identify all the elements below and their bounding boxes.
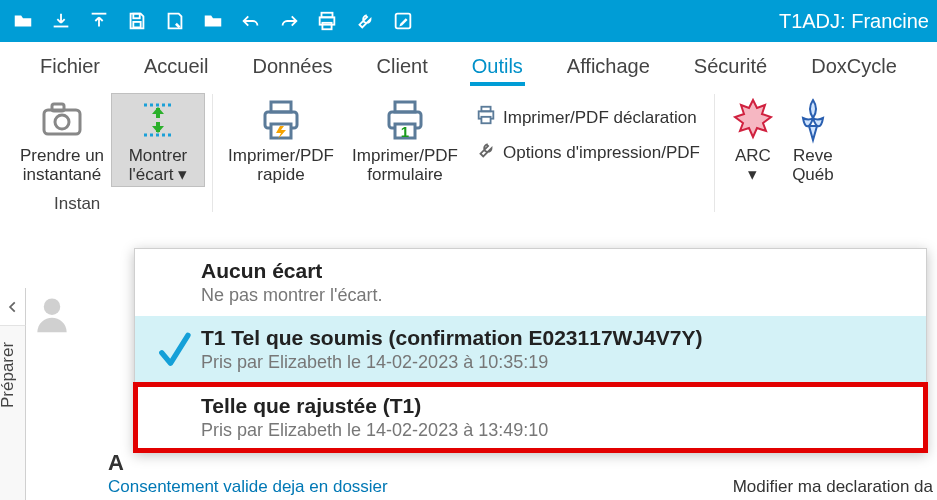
variance-option-as-adjusted[interactable]: Telle que rajustée (T1) Pris par Elizabe… [135,384,926,451]
edit-button[interactable] [384,2,422,40]
variance-option-as-filed[interactable]: T1 Tel que soumis (confirmation E023117W… [135,316,926,384]
svg-point-21 [44,298,61,315]
print-options-label: Options d'impression/PDF [503,143,700,163]
arc-label: ARC ▾ [735,146,771,184]
ribbon: Prendre un instantané Montrer l'écart ▾ … [0,88,937,218]
save-button[interactable] [118,2,156,40]
window-title: T1ADJ: Francine [779,10,933,33]
fleurdelis-icon [789,96,837,144]
svg-rect-1 [133,22,140,27]
show-variance-button[interactable]: Montrer l'écart ▾ [112,94,204,186]
import-arrow-button[interactable] [42,2,80,40]
print-declaration-button[interactable]: Imprimer/PDF déclaration [469,100,706,135]
prepare-tab[interactable]: Préparer [0,342,18,408]
svg-rect-12 [271,102,291,112]
option-as-filed-sub: Pris par Elizabeth le 14-02-2023 à 10:35… [201,352,912,373]
camera-icon [38,96,86,144]
ribbon-group-snapshot: Prendre un instantané Montrer l'écart ▾ … [4,94,213,212]
printer-bolt-icon [257,96,305,144]
checkmark-icon [147,326,201,374]
option-none-sub: Ne pas montrer l'écart. [201,285,912,306]
form-print-label: Imprimer/PDF formulaire [352,146,458,184]
ribbon-group-print: Imprimer/PDF rapide 1 Imprimer/PDF formu… [213,94,715,212]
tab-affichage[interactable]: Affichage [545,45,672,88]
option-as-adjusted-title: Telle que rajustée (T1) [201,394,912,418]
wrench-button[interactable] [346,2,384,40]
quick-print-button[interactable]: Imprimer/PDF rapide [221,94,341,186]
arc-button[interactable]: ARC ▾ [723,94,783,186]
open-folder-button[interactable] [4,2,42,40]
svg-rect-20 [481,117,490,123]
tab-accueil[interactable]: Accueil [122,45,230,88]
print-options-button[interactable]: Options d'impression/PDF [469,135,706,170]
tab-securite[interactable]: Sécurité [672,45,789,88]
redo-button[interactable] [270,2,308,40]
option-as-adjusted-sub: Pris par Elizabeth le 14-02-2023 à 13:49… [201,420,912,441]
svg-point-8 [55,115,69,129]
consent-link[interactable]: Consentement valide deja en dossier [108,477,388,497]
modify-decl-text: Modifier ma declaration da [733,477,933,497]
show-variance-label: Montrer l'écart ▾ [129,146,188,184]
tab-outils[interactable]: Outils [450,45,545,88]
printer-one-icon: 1 [381,96,429,144]
menu-tabs: Fichier Accueil Données Client Outils Af… [0,42,937,88]
option-as-filed-title: T1 Tel que soumis (confirmation E023117W… [201,326,912,350]
undo-button[interactable] [232,2,270,40]
variance-arrows-icon [134,96,182,144]
tab-client[interactable]: Client [355,45,450,88]
revqc-label: Reve Québ [792,146,834,184]
tab-doxcycle[interactable]: DoxCycle [789,45,919,88]
ribbon-group-label-snapshot: Instan [54,194,100,214]
variance-dropdown: Aucun écart Ne pas montrer l'écart. T1 T… [134,248,927,452]
option-none-title: Aucun écart [201,259,912,283]
revenu-quebec-button[interactable]: Reve Québ [783,94,843,186]
svg-rect-0 [133,14,139,19]
export-arrow-button[interactable] [80,2,118,40]
wrench-small-icon [475,139,497,166]
form-print-button[interactable]: 1 Imprimer/PDF formulaire [341,94,469,186]
svg-rect-19 [481,107,490,112]
heading-letter: A [108,450,124,476]
variance-option-none[interactable]: Aucun écart Ne pas montrer l'écart. [135,249,926,316]
take-snapshot-label: Prendre un instantané [20,146,104,184]
svg-rect-15 [395,102,415,112]
svg-text:1: 1 [401,123,409,140]
sidebar-expand-button[interactable] [0,288,26,326]
svg-rect-7 [52,104,64,111]
quick-print-label: Imprimer/PDF rapide [228,146,334,184]
person-avatar-icon [30,292,74,339]
print-declaration-label: Imprimer/PDF déclaration [503,108,697,128]
folder-button[interactable] [194,2,232,40]
quick-access-toolbar: T1ADJ: Francine [0,0,937,42]
tab-fichier[interactable]: Fichier [18,45,122,88]
tab-donnees[interactable]: Données [231,45,355,88]
ribbon-group-agency: ARC ▾ Reve Québ [715,94,851,212]
print-button[interactable] [308,2,346,40]
printer-small-icon [475,104,497,131]
maple-leaf-icon [729,96,777,144]
save-edit-button[interactable] [156,2,194,40]
take-snapshot-button[interactable]: Prendre un instantané [12,94,112,186]
